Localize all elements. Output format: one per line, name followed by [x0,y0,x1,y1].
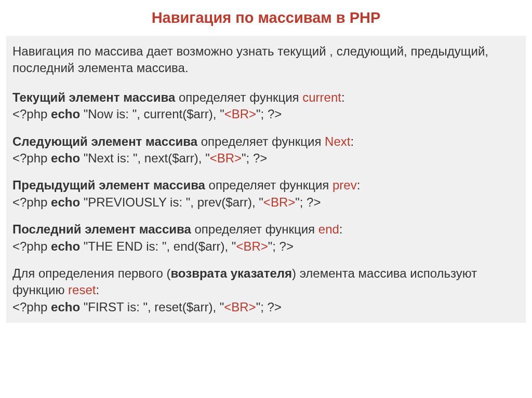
func-name: current [302,90,341,104]
func-name: reset [68,283,96,297]
bold-text: возврата указателя [170,266,292,280]
code-prefix: <?php [12,151,51,165]
rest-text: определяет функция [175,90,302,104]
section-current: Текущий элемент массива определяет функц… [12,89,520,123]
slide: Навигация по массивам в PHP Навигация по… [0,0,532,398]
code-tag: <BR> [224,300,256,314]
code-prefix: <?php [12,107,51,121]
func-name: Next [325,134,350,148]
bold-text: Последний элемент массива [12,222,191,236]
code-prefix: <?php [12,239,51,253]
heading-reset: Для определения первого (возврата указат… [12,265,520,299]
code-mid: "FIRST is: ", reset($arr), " [80,300,224,314]
code-mid: "Now is: ", current($arr), " [80,107,224,121]
code-suffix: "; ?> [295,195,321,209]
code-tag: <BR> [224,107,256,121]
section-end: Последний элемент массива определяет фун… [12,221,520,255]
code-next: <?php echo "Next is: ", next($arr), "<BR… [12,150,520,167]
code-end: <?php echo "THE END is: ", end($arr), "<… [12,238,520,255]
code-suffix: "; ?> [256,107,282,121]
code-suffix: "; ?> [268,239,294,253]
code-mid: "THE END is: ", end($arr), " [80,239,236,253]
section-reset: Для определения первого (возврата указат… [12,265,520,315]
code-echo: echo [51,151,80,165]
section-prev: Предыдущий элемент массива определяет фу… [12,177,520,211]
func-name: prev [332,178,357,192]
rest-text: определяет функция [197,134,325,148]
code-echo: echo [51,239,80,253]
code-echo: echo [51,300,80,314]
code-prefix: <?php [12,195,51,209]
heading-prev: Предыдущий элемент массива определяет фу… [12,177,520,194]
code-reset: <?php echo "FIRST is: ", reset($arr), "<… [12,299,520,315]
code-echo: echo [51,107,80,121]
code-current: <?php echo "Now is: ", current($arr), "<… [12,106,520,122]
code-tag: <BR> [263,195,295,209]
func-name: end [318,222,339,236]
code-mid: "PREVIOUSLY is: ", prev($arr), " [80,195,263,209]
code-suffix: "; ?> [256,300,282,314]
slide-title: Навигация по массивам в PHP [6,9,526,26]
code-mid: "Next is: ", next($arr), " [80,151,210,165]
bold-text: Следующий элемент массива [12,134,197,148]
code-echo: echo [51,195,80,209]
heading-end: Последний элемент массива определяет фун… [12,221,520,238]
intro-text: Навигация по массива дает возможно узнат… [12,43,520,77]
heading-current: Текущий элемент массива определяет функц… [12,89,520,106]
bold-text: Предыдущий элемент массива [12,178,205,192]
content-area: Навигация по массива дает возможно узнат… [6,36,526,323]
code-tag: <BR> [210,151,242,165]
code-tag: <BR> [236,239,268,253]
heading-next: Следующий элемент массива определяет фун… [12,133,520,150]
code-prev: <?php echo "PREVIOUSLY is: ", prev($arr)… [12,194,520,211]
bold-text: Текущий элемент массива [12,90,175,104]
rest-text: определяет функция [191,222,318,236]
code-suffix: "; ?> [242,151,267,165]
pre-text: Для определения первого ( [12,266,170,280]
rest-text: определяет функция [205,178,332,192]
code-prefix: <?php [12,300,51,314]
section-next: Следующий элемент массива определяет фун… [12,133,520,167]
